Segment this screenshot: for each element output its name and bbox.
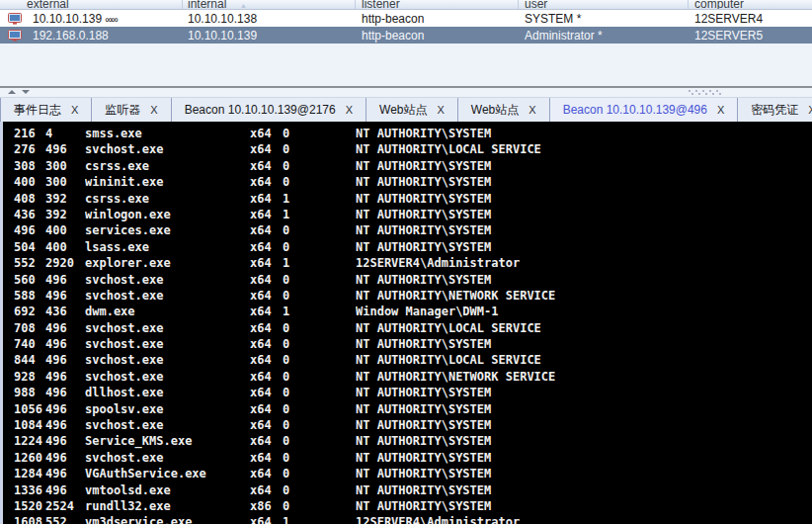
process-name: svchost.exe — [85, 336, 250, 352]
tab-4[interactable]: Web站点X — [366, 98, 458, 122]
process-user: NT AUTHORITY\SYSTEM — [356, 498, 812, 514]
process-name: csrss.exe — [85, 191, 250, 207]
process-pid: 740 — [3, 336, 45, 352]
grip-dot — [702, 90, 704, 92]
process-row[interactable]: 400300wininit.exex640NT AUTHORITY\SYSTEM — [3, 174, 812, 190]
process-row[interactable]: 928496svchost.exex640NT AUTHORITY\NETWOR… — [3, 369, 812, 385]
process-row[interactable]: 1084496svchost.exex640NT AUTHORITY\SYSTE… — [3, 417, 812, 433]
tab-active-6[interactable]: Beacon 10.10.10.139@496X — [550, 98, 739, 122]
tab-close-icon[interactable]: X — [437, 104, 444, 116]
tab-close-icon[interactable]: X — [346, 104, 353, 116]
splitter-collapse-down-icon[interactable] — [22, 90, 30, 94]
process-ppid: 4 — [45, 126, 85, 141]
process-arch: x64 — [250, 207, 283, 222]
tab-close-icon[interactable]: X — [150, 104, 157, 116]
process-row[interactable]: 692436dwm.exex641Window Manager\DWM-1 — [3, 304, 812, 319]
tab-3[interactable]: Beacon 10.10.10.139@2176X — [172, 98, 366, 122]
process-session: 0 — [283, 433, 356, 449]
process-ppid: 496 — [45, 369, 85, 385]
process-row[interactable]: 436392winlogon.exex641NT AUTHORITY\SYSTE… — [3, 207, 812, 222]
splitter-grip-icon[interactable] — [689, 90, 726, 95]
process-name: svchost.exe — [85, 320, 250, 336]
process-ppid: 496 — [45, 141, 85, 157]
process-row[interactable]: 1336496vmtoolsd.exex640NT AUTHORITY\SYST… — [3, 482, 812, 498]
process-ppid: 2524 — [45, 498, 85, 514]
process-session: 0 — [283, 174, 356, 190]
grip-dot — [698, 93, 700, 95]
tab-7[interactable]: 密码凭证X — [738, 98, 812, 122]
process-session: 0 — [283, 401, 356, 417]
process-pid: 1520 — [3, 498, 45, 514]
tab-close-icon[interactable]: X — [528, 104, 535, 116]
process-row[interactable]: 1260496svchost.exex640NT AUTHORITY\SYSTE… — [3, 450, 812, 466]
process-session: 0 — [283, 450, 356, 466]
process-pid: 496 — [3, 222, 45, 238]
tab-close-icon[interactable]: X — [717, 104, 724, 116]
tab-close-icon[interactable]: X — [808, 104, 812, 116]
process-session: 1 — [283, 255, 356, 271]
process-name: svchost.exe — [85, 288, 250, 304]
process-arch: x64 — [250, 174, 283, 190]
process-session: 0 — [283, 158, 356, 174]
process-name: spoolsv.exe — [85, 401, 250, 417]
tab-1[interactable]: 事件日志X — [0, 98, 92, 122]
process-pid: 928 — [3, 369, 45, 385]
splitter-collapse-up-icon[interactable] — [8, 90, 16, 94]
process-row[interactable]: 1056496spoolsv.exex640NT AUTHORITY\SYSTE… — [3, 401, 812, 417]
process-name: smss.exe — [85, 126, 250, 141]
tab-label: Web站点 — [379, 102, 427, 119]
process-session: 0 — [283, 417, 356, 433]
session-row[interactable]: 192.168.0.18810.10.10.139http-beaconAdmi… — [0, 27, 812, 44]
process-row[interactable]: 588496svchost.exex640NT AUTHORITY\NETWOR… — [3, 288, 812, 304]
session-row[interactable]: 10.10.10.139 ∞∞10.10.10.138http-beaconSY… — [0, 10, 812, 27]
process-row[interactable]: 740496svchost.exex640NT AUTHORITY\SYSTEM — [3, 336, 812, 352]
process-row[interactable]: 408392csrss.exex641NT AUTHORITY\SYSTEM — [3, 191, 812, 207]
process-user: NT AUTHORITY\LOCAL SERVICE — [356, 320, 812, 336]
process-row[interactable]: 15202524rundll32.exex860NT AUTHORITY\SYS… — [3, 498, 812, 514]
process-pid: 1084 — [3, 417, 45, 433]
process-row[interactable]: 1224496Service_KMS.exex640NT AUTHORITY\S… — [3, 433, 812, 449]
tab-2[interactable]: 监听器X — [92, 98, 171, 122]
process-arch: x64 — [250, 417, 283, 433]
process-row[interactable]: 844496svchost.exex640NT AUTHORITY\LOCAL … — [3, 352, 812, 368]
tab-5[interactable]: Web站点X — [458, 98, 550, 122]
process-row[interactable]: 276496svchost.exex640NT AUTHORITY\LOCAL … — [3, 141, 812, 157]
process-row[interactable]: 5522920explorer.exex64112SERVER4\Adminis… — [3, 255, 812, 271]
process-row[interactable]: 496400services.exex640NT AUTHORITY\SYSTE… — [3, 222, 812, 238]
process-pid: 1608 — [3, 514, 45, 524]
process-row[interactable]: 988496dllhost.exex640NT AUTHORITY\SYSTEM — [3, 385, 812, 400]
process-pid: 560 — [3, 272, 45, 288]
process-pid: 588 — [3, 288, 45, 304]
beacon-link-chain-icon: ∞∞ — [105, 14, 117, 25]
column-header-user[interactable]: user — [519, 0, 689, 9]
process-arch: x64 — [250, 222, 283, 238]
process-user: NT AUTHORITY\SYSTEM — [356, 336, 812, 352]
process-pid: 216 — [3, 126, 45, 141]
process-row[interactable]: 2164smss.exex640NT AUTHORITY\SYSTEM — [3, 126, 812, 141]
process-session: 0 — [283, 369, 356, 385]
process-row[interactable]: 1608552vm3dservice.exex64112SERVER4\Admi… — [3, 514, 812, 524]
column-header-external[interactable]: external — [0, 0, 183, 9]
tab-label: 密码凭证 — [751, 102, 798, 119]
tab-close-icon[interactable]: X — [71, 104, 78, 116]
process-row[interactable]: 504400lsass.exex640NT AUTHORITY\SYSTEM — [3, 239, 812, 255]
grip-dot — [716, 90, 718, 92]
process-row[interactable]: 308300csrss.exex640NT AUTHORITY\SYSTEM — [3, 158, 812, 174]
process-user: NT AUTHORITY\SYSTEM — [356, 272, 812, 288]
column-header-listener[interactable]: listener — [356, 0, 519, 9]
session-external: 192.168.0.188 — [33, 29, 183, 43]
horizontal-splitter[interactable] — [0, 86, 812, 97]
process-pid: 1284 — [3, 466, 45, 481]
process-arch: x64 — [250, 255, 283, 271]
process-name: svchost.exe — [85, 272, 250, 288]
process-row[interactable]: 708496svchost.exex640NT AUTHORITY\LOCAL … — [3, 320, 812, 336]
process-ppid: 300 — [45, 174, 85, 190]
process-pid: 1056 — [3, 401, 45, 417]
process-row[interactable]: 560496svchost.exex640NT AUTHORITY\SYSTEM — [3, 272, 812, 288]
column-header-internal[interactable]: internal▲ — [183, 0, 356, 9]
column-header-computer[interactable]: computer — [689, 0, 812, 9]
process-row[interactable]: 1284496VGAuthService.exex640NT AUTHORITY… — [3, 466, 812, 481]
process-ppid: 300 — [45, 158, 85, 174]
process-arch: x64 — [250, 239, 283, 255]
process-list-panel: 2164smss.exex640NT AUTHORITY\SYSTEM27649… — [0, 122, 812, 524]
